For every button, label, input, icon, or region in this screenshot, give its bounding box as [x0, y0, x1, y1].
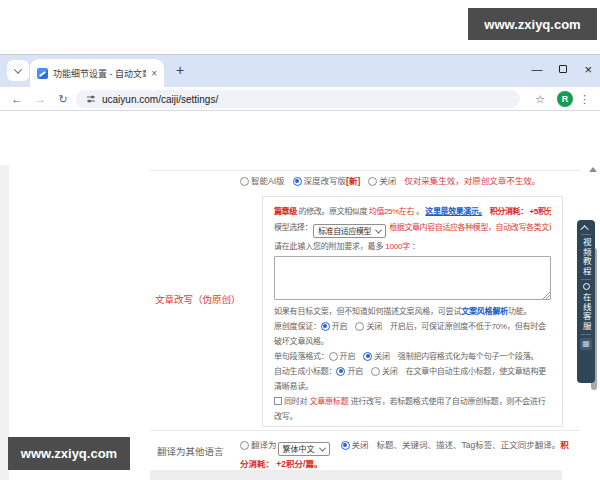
- widget-divider: [581, 234, 591, 235]
- forward-button[interactable]: →: [31, 87, 49, 111]
- scrollbar-up-arrow[interactable]: [589, 167, 597, 172]
- video-tutorial-button[interactable]: 视频教程: [582, 238, 591, 276]
- next-section-band: [150, 470, 562, 480]
- browser-window: 功能细节设置 - 自动文章采集 × + — × ← → ↻ ucaiyun.co…: [0, 54, 600, 480]
- radio-deep-rewrite-label[interactable]: 深度改写版: [304, 176, 347, 186]
- tab-strip: 功能细节设置 - 自动文章采集 × + — ×: [0, 55, 600, 87]
- version-note: 仅对采集生效，对原创文章不生效。: [404, 176, 540, 186]
- extra-req-textarea[interactable]: [274, 256, 551, 300]
- reload-button[interactable]: ↻: [54, 87, 72, 111]
- page-viewport: 智能AI版深度改写版[新]关闭仅对采集生效，对原创文章不生效。 文章改写（伪原创…: [0, 165, 600, 480]
- radio-sentence-off[interactable]: [363, 352, 372, 361]
- translate-row-content: 翻译为繁体中文关闭标题、关键词、描述、Tag标签、正文同步翻译。积分消耗： +2…: [240, 437, 570, 473]
- subtitle-label: 自动生成小标题：: [274, 367, 336, 376]
- tab-favicon: [37, 68, 48, 79]
- radio-off-label[interactable]: 关闭: [379, 176, 396, 186]
- textarea-resize-grip[interactable]: [543, 292, 550, 299]
- url-bar[interactable]: ucaiyun.com/caiji/settings/: [76, 90, 520, 108]
- radio-translate-label[interactable]: 翻译为: [251, 440, 277, 450]
- site-info-icon[interactable]: [86, 94, 96, 104]
- online-service-button[interactable]: 在线客服: [582, 293, 591, 331]
- radio-subtitle-off[interactable]: [371, 367, 380, 376]
- radio-smart-ai[interactable]: [240, 177, 249, 186]
- style-hint-line: 如果有目标文案，但不知道如何描述文案风格，可尝试文案风格解析功能。: [274, 304, 551, 319]
- radio-sentence-on[interactable]: [329, 352, 338, 361]
- profile-avatar[interactable]: R: [557, 91, 573, 107]
- cost-label: 积分消耗：: [482, 207, 528, 216]
- page-left-gutter: [0, 165, 9, 480]
- minimize-button[interactable]: —: [531, 64, 542, 75]
- window-close-button[interactable]: ×: [584, 63, 592, 76]
- window-controls: — ×: [531, 55, 592, 83]
- back-button[interactable]: ←: [8, 87, 26, 111]
- radio-translate-off[interactable]: [341, 441, 350, 450]
- extra-req-textarea-wrap: [274, 256, 551, 300]
- title-rewrite-line: 同时对 文章原标题 进行改写，若标题格式使用了自动原创标题，则不会进行改写。: [274, 394, 551, 424]
- tab-search-button[interactable]: [7, 60, 29, 81]
- radio-originality-on[interactable]: [321, 322, 330, 331]
- service-circle-icon: [583, 283, 590, 290]
- model-line: 模型选择：标准自适应模型根据文章内容自适应各种模型，自动改写各类文章: [274, 220, 551, 238]
- select-arrow-icon: [375, 226, 382, 233]
- radio-translate-off-label[interactable]: 关闭: [352, 440, 369, 450]
- watermark-top: www.zxiyq.com: [468, 8, 597, 40]
- translate-row-label: 翻译为其他语言: [157, 444, 224, 458]
- maximize-button[interactable]: [559, 65, 567, 73]
- translate-note: 标题、关键词、描述、Tag标签、正文同步翻译。: [377, 440, 561, 450]
- subtitle-line: 自动生成小标题：开启关闭在文章中自动生成小标题，使文章结构更清晰易读。: [274, 364, 551, 394]
- widget-divider: [581, 334, 591, 335]
- title-rewrite-checkbox[interactable]: [274, 397, 282, 405]
- demo-line: 篇章级 的修改。原文相似度 均值25%左右 。 这里是效果演示。 积分消耗： +…: [274, 204, 551, 219]
- model-select[interactable]: 标准自适应模型: [313, 224, 386, 238]
- model-select-label: 模型选择：: [274, 223, 312, 232]
- language-select-value: 繁体中文: [283, 441, 315, 458]
- model-select-value: 标准自适应模型: [318, 224, 371, 239]
- tab-close-icon[interactable]: ×: [151, 68, 157, 79]
- sentence-format-line: 单句段落格式：开启关闭强制把内容格式化为每个句子一个段落。: [274, 349, 551, 364]
- watermark-bottom: www.zxiyq.com: [8, 437, 130, 470]
- radio-translate[interactable]: [240, 441, 249, 450]
- rewrite-settings-box: 篇章级 的修改。原文相似度 均值25%左右 。 这里是效果演示。 积分消耗： +…: [262, 196, 563, 427]
- chevron-down-icon: [14, 65, 22, 73]
- language-select[interactable]: 繁体中文: [278, 442, 330, 456]
- radio-subtitle-on[interactable]: [336, 367, 345, 376]
- floating-side-widget: 视频教程 在线客服 ▦: [577, 220, 595, 383]
- rewrite-row-label: 文章改写（伪原创）: [155, 292, 241, 306]
- radio-off[interactable]: [368, 177, 377, 186]
- demo-similarity: 均值25%左右: [369, 207, 414, 216]
- qr-code-icon[interactable]: ▦: [580, 338, 592, 350]
- style-parse-link[interactable]: 文案风格解析: [461, 307, 508, 316]
- radio-smart-ai-label[interactable]: 智能AI版: [251, 176, 285, 186]
- new-tab-button[interactable]: +: [170, 60, 190, 80]
- collapse-chevron-icon[interactable]: [580, 225, 588, 233]
- rewrite-version-row: 智能AI版深度改写版[新]关闭仅对采集生效，对原创文章不生效。: [240, 174, 575, 188]
- tab-title: 功能细节设置 - 自动文章采集: [53, 67, 146, 80]
- demo-text: 的修改。原文相似度: [297, 207, 369, 216]
- radio-deep-rewrite[interactable]: [293, 177, 302, 186]
- model-note: 根据文章内容自适应各种模型，自动改写各类文章: [389, 223, 551, 232]
- radio-originality-off[interactable]: [355, 322, 364, 331]
- row-divider: [150, 430, 580, 431]
- widget-divider: [581, 279, 591, 280]
- demo-link[interactable]: 这里是效果演示。: [425, 207, 482, 216]
- max-words: 1000字: [385, 242, 410, 251]
- select-arrow-icon: [318, 444, 325, 451]
- bookmark-star-icon[interactable]: ☆: [535, 87, 545, 111]
- browser-tab[interactable]: 功能细节设置 - 自动文章采集 ×: [30, 59, 164, 87]
- extra-req-line: 请在此输入您的附加要求，最多 1000字 ：: [274, 239, 551, 254]
- originality-label: 原创度保证：: [274, 322, 321, 331]
- browser-toolbar: ← → ↻ ucaiyun.com/caiji/settings/ ☆ R ⋮: [0, 87, 600, 111]
- sentence-format-label: 单句段落格式：: [274, 352, 329, 361]
- row-divider: [150, 170, 580, 171]
- url-text[interactable]: ucaiyun.com/caiji/settings/: [102, 94, 218, 105]
- originality-line: 原创度保证：开启关闭开启后，可保证原创度不低于70%，但有时会破坏文章风格。: [274, 319, 551, 349]
- browser-menu-icon[interactable]: ⋮: [579, 87, 590, 111]
- new-tag: [新]: [346, 176, 360, 186]
- cost-value: +5积分/篇。: [528, 207, 551, 216]
- original-title-highlight: 文章原标题: [309, 397, 348, 406]
- sentence-format-note: 强制把内容格式化为每个句子一个段落。: [398, 352, 538, 361]
- demo-level: 篇章级: [274, 207, 297, 216]
